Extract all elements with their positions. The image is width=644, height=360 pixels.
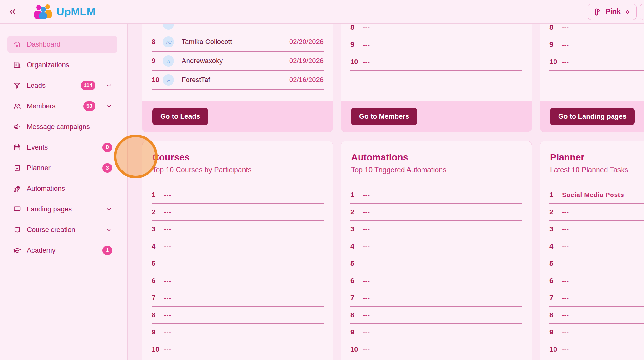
funnel-icon [13,81,21,90]
lead-name: ForestTaf [182,76,210,84]
row-value: --- [164,277,171,284]
row-value: --- [562,346,569,353]
list-item: 6 --- [350,272,522,289]
list-item: 10 --- [549,341,644,358]
lead-date: 02/20/2026 [289,38,324,46]
row-value: --- [164,294,171,302]
list-item: 9 --- [350,324,522,341]
lead-date: 02/19/2026 [289,57,324,65]
sidebar-collapse-button[interactable] [0,0,25,24]
sidebar-item-label: Course creation [27,226,75,234]
list-item: 5 --- [152,255,324,272]
automations-list: 1 --- 2 --- 3 --- 4 --- 5 --- 6 --- [341,186,532,358]
app-root: UpMLM Pink Dashboard Organizations [0,0,644,360]
planner-card-header: Planner Latest 10 Planned Tasks [540,141,644,174]
clipboard-check-icon [13,164,21,172]
go-to-leads-button[interactable]: Go to Leads [152,108,208,125]
sidebar-item-label: Landing pages [27,205,72,213]
row-number: 10 [152,76,163,84]
row-number: 9 [152,57,163,65]
row-value: --- [363,294,370,302]
list-item: 9 --- [350,36,522,53]
row-number: 9 [549,328,562,336]
chevron-down-icon[interactable] [105,103,112,110]
row-value: --- [164,243,171,250]
sidebar-item-course-creation[interactable]: Course creation [7,221,117,239]
row-number: 9 [152,328,164,336]
sidebar-item-planner[interactable]: Planner 3 [7,159,117,177]
sidebar-item-leads[interactable]: Leads 114 [7,77,117,94]
row-number: 6 [350,277,363,285]
sidebar-item-landing-pages[interactable]: Landing pages [7,200,117,218]
row-value: --- [562,225,569,233]
row-number: 2 [350,208,363,216]
row-number: 7 [152,294,164,302]
sidebar-item-members[interactable]: Members 53 [7,97,117,115]
automations-card: Automations Top 10 Triggered Automations… [341,141,532,360]
row-value: --- [562,58,569,66]
row-number: 8 [350,23,363,32]
events-count-badge: 0 [102,143,112,152]
sidebar-item-message-campaigns[interactable]: Message campaigns [7,118,117,136]
chevron-down-icon[interactable] [105,226,112,233]
palette-icon [593,8,602,16]
list-item: 4 --- [152,238,324,255]
list-item: 7 --- [549,289,644,307]
avatar: F [163,74,174,86]
lead-row: 8 TC Tamika Collocott 02/20/2026 [152,32,324,52]
sidebar-item-organizations[interactable]: Organizations [7,56,117,74]
go-to-members-button[interactable]: Go to Members [351,108,417,125]
list-item: 6 --- [152,272,324,289]
chevron-down-icon[interactable] [105,82,112,89]
row-value: --- [363,41,370,48]
row-number: 10 [152,345,164,353]
row-value: --- [562,328,569,336]
people-icon [13,102,21,110]
header-actions: Pink [588,4,644,20]
courses-card: Courses Top 10 Courses by Participants 1… [142,141,333,360]
sidebar-nav: Dashboard Organizations Leads 114 Member… [0,24,127,259]
megaphone-icon [13,123,21,131]
members-list: 8 --- 9 --- 10 --- [341,19,532,71]
list-item: 8 --- [152,307,324,324]
sidebar-item-label: Members [27,102,56,110]
members-count-badge: 53 [83,101,95,111]
row-number: 6 [152,277,164,285]
sidebar-item-academy[interactable]: Academy 1 [7,242,117,259]
list-item: 2 --- [350,204,522,221]
leads-card-footer: Go to Leads [142,101,333,132]
lead-row: 10 F ForestTaf 02/16/2026 [152,71,324,90]
row-value: --- [562,294,569,302]
sidebar-item-label: Events [27,143,48,151]
list-item: 10 --- [549,53,644,71]
list-item: 2 --- [549,204,644,221]
list-item: 9 --- [549,324,644,341]
sidebar-item-dashboard[interactable]: Dashboard [7,36,117,53]
row-value: --- [363,58,370,66]
header-extra-button[interactable] [640,4,644,20]
row-value: --- [164,260,171,267]
theme-select[interactable]: Pink [588,4,637,20]
card-subtitle: Latest 10 Planned Tasks [550,166,644,174]
chevron-down-icon[interactable] [105,206,112,213]
row-number: 1 [152,191,164,199]
sidebar-item-events[interactable]: Events 0 [7,139,117,156]
courses-list: 1 --- 2 --- 3 --- 4 --- 5 --- 6 --- [142,186,333,358]
row-value: --- [363,260,370,267]
landing-pages-list: 8 --- 9 --- 10 --- [540,19,644,71]
row-value: --- [363,277,370,284]
rocket-icon [13,185,21,193]
sidebar-item-label: Academy [27,246,56,254]
calendar-icon [13,143,21,151]
row-value: --- [363,191,370,199]
list-item: 3 --- [549,221,644,238]
row-value: --- [562,24,569,31]
row-number: 5 [549,259,562,268]
row-value: --- [363,225,370,233]
chevrons-left-icon [8,7,17,16]
sidebar-item-label: Organizations [27,61,69,69]
list-item: 1 --- [350,186,522,204]
go-to-landing-pages-button[interactable]: Go to Landing pages [550,108,635,125]
row-number: 9 [549,41,562,49]
sidebar-item-automations[interactable]: Automations [7,180,117,197]
